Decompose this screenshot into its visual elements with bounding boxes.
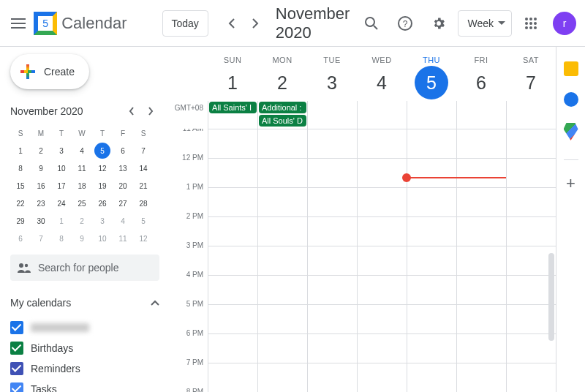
next-week-button[interactable] [244,12,267,35]
time-cell[interactable] [407,334,456,363]
time-cell[interactable] [456,246,506,275]
mini-day-cell[interactable]: 13 [113,159,133,177]
mini-day-cell[interactable]: 27 [113,195,133,212]
allday-cell[interactable] [307,101,357,129]
time-cell[interactable] [456,276,506,304]
time-cell[interactable] [307,217,357,246]
mini-day-cell[interactable]: 9 [72,230,92,247]
day-column-header[interactable]: TUE3 [307,47,357,99]
mini-day-cell[interactable]: 19 [92,177,113,195]
day-number[interactable]: 1 [216,66,249,99]
day-column-header[interactable]: WED4 [357,47,407,99]
day-column-header[interactable]: SUN1 [208,47,257,99]
search-button[interactable] [357,9,386,38]
time-cell[interactable] [456,188,506,216]
create-button[interactable]: Create [10,54,89,89]
main-menu-button[interactable] [6,6,31,41]
account-avatar[interactable]: r [553,12,576,35]
time-cell[interactable] [357,334,407,363]
time-cell[interactable] [257,217,307,246]
mini-day-cell[interactable]: 16 [31,177,51,195]
mini-day-cell[interactable]: 17 [51,177,72,195]
scrollbar[interactable] [548,253,554,341]
day-column-header[interactable]: FRI6 [456,47,506,99]
calendar-list-item[interactable]: Reminders [10,358,159,379]
mini-day-cell[interactable]: 7 [133,142,154,159]
mini-day-cell[interactable]: 26 [92,195,113,212]
mini-day-cell[interactable]: 6 [10,230,31,247]
day-number[interactable]: 5 [415,66,448,99]
time-cell[interactable] [456,363,506,392]
mini-day-cell[interactable]: 8 [10,159,31,177]
mini-next-month[interactable] [142,102,159,120]
allday-event-chip[interactable]: Additional : [259,102,306,113]
allday-event-chip[interactable]: All Saints' I [209,102,257,113]
google-apps-button[interactable] [516,9,546,38]
mini-day-cell[interactable]: 14 [133,159,154,177]
mini-day-cell[interactable]: 2 [72,212,92,230]
calendar-list-item[interactable]: Tasks [10,379,159,392]
mini-day-cell[interactable]: 29 [10,212,31,230]
time-cell[interactable] [307,305,357,333]
mini-day-cell[interactable]: 23 [31,195,51,212]
day-number[interactable]: 2 [265,66,299,99]
time-cell[interactable] [407,363,456,392]
mini-day-cell[interactable]: 1 [10,142,31,159]
time-cell[interactable] [456,305,506,333]
time-cell[interactable] [208,334,257,363]
day-column-header[interactable]: MON2 [257,47,307,99]
time-cell[interactable] [257,305,307,333]
time-cell[interactable] [407,305,456,333]
settings-button[interactable] [424,9,453,38]
day-number[interactable]: 4 [365,66,399,99]
mini-day-cell[interactable]: 21 [133,177,154,195]
time-cell[interactable] [407,246,456,275]
time-cell[interactable] [208,363,257,392]
mini-day-cell[interactable]: 3 [51,142,72,159]
time-cell[interactable] [357,159,407,187]
mini-day-cell[interactable]: 2 [31,142,51,159]
my-calendars-toggle[interactable]: My calendars [10,291,159,314]
get-addons-button[interactable]: + [564,176,578,191]
mini-day-cell[interactable]: 5 [133,212,154,230]
time-cell[interactable] [357,276,407,304]
time-cell[interactable] [257,246,307,275]
time-cell[interactable] [257,188,307,216]
time-cell[interactable] [357,246,407,275]
time-cell[interactable] [456,159,506,187]
mini-day-cell[interactable]: 6 [113,142,133,159]
time-cell[interactable] [506,217,556,246]
mini-day-cell[interactable]: 20 [113,177,133,195]
time-cell[interactable] [257,276,307,304]
time-cell[interactable] [257,363,307,392]
time-cell[interactable] [257,334,307,363]
mini-day-cell[interactable]: 30 [31,212,51,230]
allday-cell[interactable] [357,101,407,129]
calendar-list-item[interactable] [10,317,159,338]
calendar-checkbox[interactable] [10,342,23,355]
time-cell[interactable] [307,188,357,216]
time-cell[interactable] [357,129,407,158]
maps-addon-button[interactable] [564,123,578,140]
time-cell[interactable] [208,276,257,304]
calendar-checkbox[interactable] [10,321,23,334]
time-cell[interactable] [456,334,506,363]
day-number[interactable]: 3 [315,66,349,99]
mini-day-cell[interactable]: 4 [113,212,133,230]
calendar-list-item[interactable]: Birthdays [10,338,159,358]
help-button[interactable]: ? [390,9,420,38]
day-column-header[interactable]: SAT7 [506,47,556,99]
allday-cell[interactable] [506,101,556,129]
time-cell[interactable] [506,159,556,187]
mini-day-cell[interactable]: 5 [94,143,110,159]
time-cell[interactable] [407,129,456,158]
time-cell[interactable] [208,217,257,246]
time-cell[interactable] [208,305,257,333]
time-cell[interactable] [506,188,556,216]
time-cell[interactable] [357,363,407,392]
mini-day-cell[interactable]: 22 [10,195,31,212]
mini-day-cell[interactable]: 10 [51,159,72,177]
mini-day-cell[interactable]: 3 [92,212,113,230]
tasks-addon-button[interactable] [564,92,578,107]
time-cell[interactable] [357,305,407,333]
